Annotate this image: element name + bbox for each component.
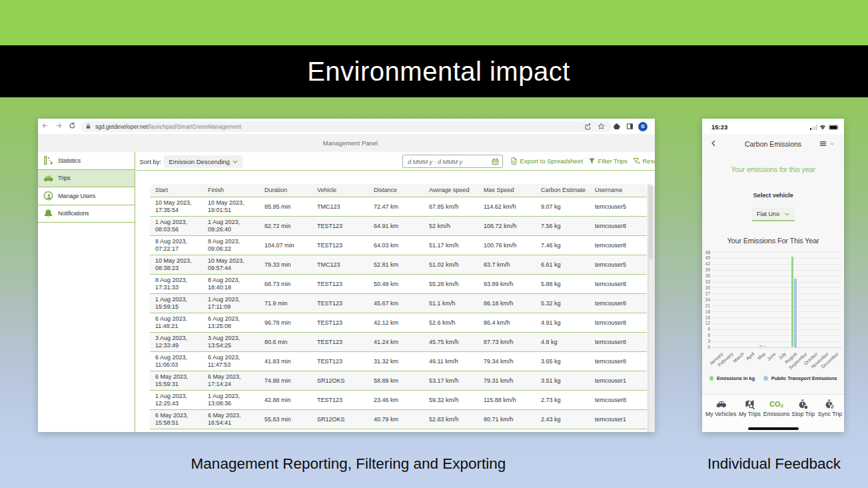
date-range-input[interactable]: d MMM y - d MMM y [402,155,503,168]
tab-stop-trip[interactable]: Stop Trip [790,395,817,433]
car-icon [715,399,727,409]
column-header[interactable]: Duration [259,187,312,194]
table-cell: 71.9 min [259,300,312,307]
table-cell: temcouser8 [590,242,641,249]
table-cell: 1 Aug 2023,15:59:15 [150,296,203,311]
tab-my-trips[interactable]: My Trips [736,395,763,433]
chart-gridline [712,323,841,324]
table-cell: temcouser8 [590,339,641,346]
table-cell: 6 May 2023,15:58:51 [150,412,203,427]
filter-trips-button[interactable]: Filter Trips [588,152,628,170]
table-cell: 58.89 km [368,377,424,385]
column-header[interactable]: Start [150,187,203,194]
select-vehicle-label: Select vehicle [702,191,844,199]
column-header[interactable]: Vehicle [312,187,368,194]
emission-bar[interactable] [791,257,794,347]
table-cell: 9.07 kg [536,203,590,211]
export-spreadsheet-button[interactable]: Export to Spreadsheet [510,152,584,170]
menu-hamburger-icon[interactable] [819,140,827,147]
emissions-heading: Your emissions for this year [702,165,844,173]
column-header[interactable]: Average speed [424,187,478,194]
sort-by-label: Sort by: [140,158,162,165]
column-header[interactable]: Distance [368,187,424,194]
table-cell: 10 May 2023,08:38:23 [150,257,203,272]
column-header[interactable]: Carbon Estimate [536,187,590,194]
x-axis-label: June [766,351,777,361]
tab-label: My Vehicles [705,411,736,417]
transport-bar[interactable] [763,346,765,347]
tab-sync-trip[interactable]: Sync Trip [817,395,843,433]
table-row[interactable]: 1 Aug 2023,12:25:431 Aug 2023,13:08:3642… [150,391,647,410]
legend-dot [709,376,714,381]
table-row[interactable]: 10 May 2023,08:38:2310 May 2023,09:57:44… [150,255,647,275]
sidebar-item-notifications[interactable]: Notifications [38,205,135,223]
table-cell: temcouser5 [590,261,641,269]
caption-right: Individual Feedback [707,455,841,473]
legend-label: Emissions in kg [717,375,755,381]
table-row[interactable]: 6 Aug 2023,11:48:216 Aug 2023,13:25:0896… [150,313,647,333]
extensions-puzzle-icon[interactable] [613,123,620,130]
table-row[interactable]: 6 Aug 2023,11:06:036 Aug 2023,11:47:5341… [150,352,647,371]
table-row[interactable]: 1 Aug 2023,15:59:151 Aug 2023,17:11:0971… [150,294,647,313]
table-row[interactable]: 10 May 2023,17:35:5410 May 2023,19:01:51… [150,197,647,217]
table-cell: 40.79 km [368,416,424,423]
sidebar-item-label: Statistics [58,157,81,164]
table-cell: 2.73 kg [536,397,590,404]
table-cell: 8 Aug 2023,09:06:22 [203,238,259,253]
browser-toolbar: sgd.getdeveloper.net/launchpad/SmartGree… [38,119,655,134]
y-axis-label: 39 [702,267,710,272]
chart-gridline [712,341,841,342]
x-axis-label: May [756,351,766,361]
scrollbar-thumb[interactable] [649,186,653,259]
reset-filters-button[interactable]: Rese [633,152,655,170]
profile-avatar[interactable]: S [638,122,648,131]
sort-select[interactable]: Emission Descending [164,155,243,168]
table-cell: 53.17 km/h [424,377,478,385]
y-axis-label: 0 [702,345,710,349]
table-cell: temcouser1 [590,377,641,385]
table-cell: 114.62 km/h [478,203,536,211]
sidebar-item-label: Trips [58,175,71,181]
table-row[interactable]: 8 Aug 2023,07:22:178 Aug 2023,09:06:2210… [150,236,647,255]
browser-forward-icon[interactable] [55,122,63,129]
browser-back-icon[interactable] [41,122,49,129]
emission-bar[interactable] [759,345,762,347]
table-cell: 7.56 kg [536,223,590,230]
tab-emissions[interactable]: CO2Emissions [763,395,790,433]
sidebar-item-trips[interactable]: Trips [38,170,135,188]
stopwatch-stop-icon [798,399,808,409]
sidebar-item-manage-users[interactable]: Manage Users [38,187,135,205]
sidebar-item-statistics[interactable]: Statistics [38,152,135,170]
table-cell: 23.46 km [368,397,424,404]
table-row[interactable]: 6 May 2023,15:59:316 May 2023,17:14:2474… [150,371,647,391]
bookmark-star-icon[interactable] [598,123,605,130]
table-row[interactable]: 6 May 2023,15:58:516 May 2023,16:54:4155… [150,410,647,429]
table-cell: 50.48 km [368,281,424,288]
transport-bar[interactable] [794,279,797,347]
address-bar[interactable]: sgd.getdeveloper.net/launchpad/SmartGree… [81,121,612,132]
side-panel-icon[interactable] [626,123,634,130]
table-cell: 6 May 2023,15:59:31 [150,373,203,388]
tab-my-vehicles[interactable]: My Vehicles [705,395,736,433]
vehicle-select[interactable]: Fiat Uno [752,207,795,221]
column-header[interactable]: Finish [203,187,259,194]
filter-label: Filter Trips [598,157,628,165]
calendar-icon[interactable] [492,158,499,165]
table-cell: 55.28 km/h [424,281,478,288]
column-header[interactable]: Max Speed [478,187,536,194]
column-header[interactable]: Username [590,187,641,194]
chevron-down-icon [232,159,238,165]
table-row[interactable]: 3 Aug 2023,12:33:493 Aug 2023,13:54:2580… [150,333,647,352]
menu-chevron-down-icon[interactable] [829,141,835,147]
share-icon[interactable] [584,123,592,130]
sort-select-value: Emission Descending [169,158,230,165]
table-cell: 7.46 kg [536,242,590,249]
chart-gridline [712,252,841,253]
table-row[interactable]: 8 Aug 2023,17:31:338 Aug 2023,18:40:1868… [150,275,647,294]
table-cell: TEST123 [312,358,368,365]
table-row[interactable]: 1 Aug 2023,08:03:561 Aug 2023,09:26:4082… [150,217,647,236]
browser-reload-icon[interactable] [69,122,76,129]
table-scrollbar[interactable] [648,184,655,432]
legend-dot [763,376,768,381]
home-indicator[interactable] [748,427,799,430]
